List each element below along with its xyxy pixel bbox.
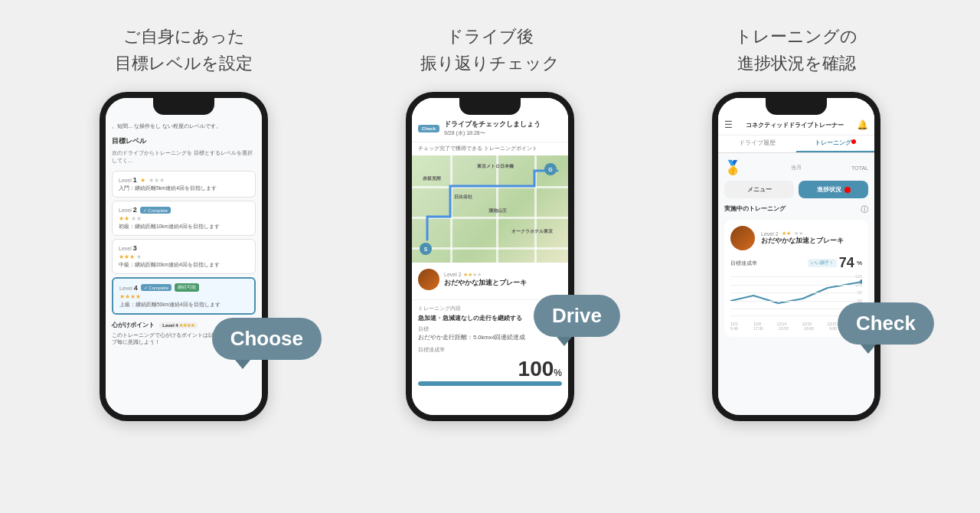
check-bubble: Check xyxy=(838,302,934,345)
level-item-4[interactable]: Level 4 ✓ Complete 継続可能 ★★★★ 上級：継続距離50km… xyxy=(112,277,256,315)
phone-notch-choose xyxy=(153,98,214,115)
progress-button[interactable]: 進捗状況 xyxy=(799,181,868,198)
phone-frame-choose: 。短間... な操作をし ない程度のレベルです。 目標レベル 次のドライブからト… xyxy=(100,92,268,421)
progress-bar xyxy=(418,381,562,386)
column-check-title: トレーニングの 進捗状況を確認 xyxy=(735,23,858,77)
column-drive-title: ドライブ後 振り返りチェック xyxy=(420,23,560,77)
phone-frame-check: ☰ コネクティッドドライブトレーナー 🔔 ドライブ履歴 トレーニング 🥇 xyxy=(712,92,880,421)
hamburger-icon[interactable]: ☰ xyxy=(724,119,733,130)
phone-frame-drive: Check ドライブをチェックしましょう 9/28 (水) 18:28〜 チェッ… xyxy=(406,92,574,421)
medal-icon: 🥇 xyxy=(724,159,741,176)
screen3-tabs: ドライブ履歴 トレーニング xyxy=(718,136,874,153)
column-choose-title: ご自身にあった 目標レベルを設定 xyxy=(115,23,253,77)
phone-choose: 。短間... な操作をし ない程度のレベルです。 目標レベル 次のドライブからト… xyxy=(100,92,268,421)
screen1-top-text: 。短間... な操作をし ない程度のレベルです。 xyxy=(112,123,256,130)
choose-bubble: Choose xyxy=(212,318,322,360)
bell-icon[interactable]: 🔔 xyxy=(857,119,868,130)
training-thumbnail xyxy=(730,226,755,250)
level-section-title: 目標レベル xyxy=(112,136,256,146)
level-item-1[interactable]: Level 1 ★★★★ 入門：継続距離5km連続4回を目指します xyxy=(112,171,256,198)
progress-dot xyxy=(844,187,851,193)
level-item-2[interactable]: Level 2 ✓ Complete ★★★★ 初級：継続距離10km連続4回を… xyxy=(112,201,256,236)
drive-bubble: Drive xyxy=(534,295,620,337)
column-check: トレーニングの 進捗状況を確認 ☰ コネクティッドドライブトレーナー 🔔 ドライ… xyxy=(643,23,949,421)
column-drive: ドライブ後 振り返りチェック Check ドライブをチェックしましょう 9/28… xyxy=(337,23,643,421)
phone-notch-drive xyxy=(459,98,521,115)
page-container: ご自身にあった 目標レベルを設定 。短間... な操作をし ない程度のレベルです… xyxy=(0,0,980,513)
menu-button[interactable]: メニュー xyxy=(724,181,794,198)
tab-drive-history[interactable]: ドライブ履歴 xyxy=(718,136,796,152)
phone-check: ☰ コネクティッドドライブトレーナー 🔔 ドライブ履歴 トレーニング 🥇 xyxy=(712,92,880,421)
training-section-title: 実施中のトレーニング ⓘ xyxy=(724,204,868,215)
level-item-3[interactable]: Level 3 ★★★★ 中級：継続距離20km連続4回を目指します xyxy=(112,239,256,274)
info-icon: ⓘ xyxy=(861,204,868,215)
phone-drive: Check ドライブをチェックしましょう 9/28 (水) 18:28〜 チェッ… xyxy=(406,92,574,421)
action-row: メニュー 進捗状況 xyxy=(724,181,868,198)
column-choose: ご自身にあった 目標レベルを設定 。短間... な操作をし ない程度のレベルです… xyxy=(31,23,337,421)
screen-check: ☰ コネクティッドドライブトレーナー 🔔 ドライブ履歴 トレーニング 🥇 xyxy=(718,98,874,415)
drive-card: Level 2 ★★★★ おだやかな加速とブレーキ xyxy=(412,263,568,300)
achievement-row: 目標達成率 いい調子！ 74 % xyxy=(730,255,862,271)
medal-row: 🥇 当月 TOTAL xyxy=(724,159,868,176)
tab-training[interactable]: トレーニング xyxy=(796,136,874,152)
card-thumbnail xyxy=(418,269,439,290)
progress-fill xyxy=(418,381,562,386)
screen-drive: Check ドライブをチェックしましょう 9/28 (水) 18:28〜 チェッ… xyxy=(412,98,568,415)
phone-notch-check xyxy=(766,98,827,115)
map-area: S G 赤坂見附 東京メトロ日本橋 日比谷社 溜池山王 オークラホテル東京 xyxy=(412,155,568,263)
level-sub: 次のドライブからトレーニングを 目標とするレベルを選択してく... xyxy=(112,149,256,165)
